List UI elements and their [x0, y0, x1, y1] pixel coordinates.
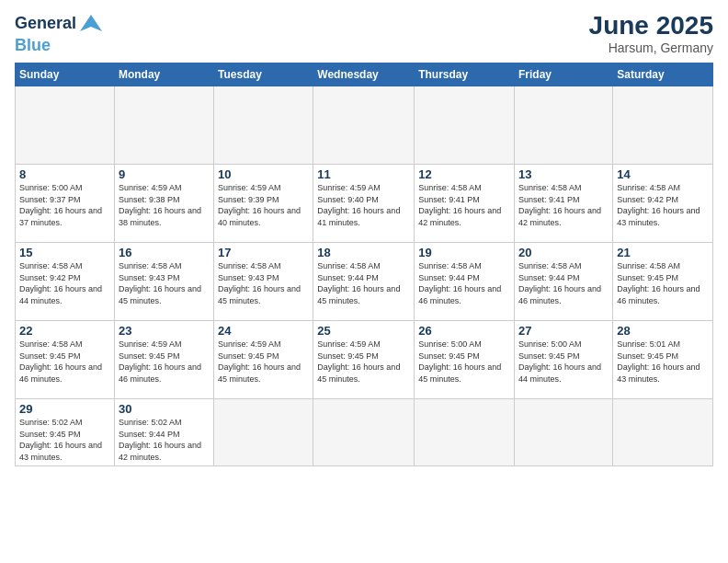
calendar-week-row — [16, 86, 713, 165]
weekday-header-row: SundayMondayTuesdayWednesdayThursdayFrid… — [16, 63, 713, 86]
calendar-day-cell: 16Sunrise: 4:58 AMSunset: 9:43 PMDayligh… — [114, 243, 213, 321]
day-info: Sunrise: 4:58 AMSunset: 9:41 PMDaylight:… — [518, 182, 609, 228]
calendar-week-row: 29Sunrise: 5:02 AMSunset: 9:45 PMDayligh… — [16, 399, 713, 466]
svg-marker-0 — [80, 15, 102, 31]
calendar-day-cell: 19Sunrise: 4:58 AMSunset: 9:44 PMDayligh… — [415, 243, 515, 321]
calendar-day-cell — [313, 86, 415, 165]
calendar-day-cell: 18Sunrise: 4:58 AMSunset: 9:44 PMDayligh… — [313, 243, 415, 321]
weekday-header: Friday — [515, 63, 613, 86]
weekday-header: Wednesday — [313, 63, 415, 86]
weekday-header: Sunday — [16, 63, 115, 86]
day-number: 12 — [418, 167, 510, 181]
day-info: Sunrise: 4:59 AMSunset: 9:39 PMDaylight:… — [218, 182, 309, 228]
calendar-week-row: 22Sunrise: 4:58 AMSunset: 9:45 PMDayligh… — [16, 321, 713, 399]
day-number: 11 — [317, 167, 410, 181]
location: Harsum, Germany — [589, 40, 713, 55]
day-info: Sunrise: 4:58 AMSunset: 9:42 PMDaylight:… — [617, 182, 709, 228]
calendar-day-cell: 15Sunrise: 4:58 AMSunset: 9:42 PMDayligh… — [16, 243, 115, 321]
calendar-day-cell: 11Sunrise: 4:59 AMSunset: 9:40 PMDayligh… — [313, 165, 415, 243]
day-info: Sunrise: 4:58 AMSunset: 9:43 PMDaylight:… — [119, 260, 210, 306]
day-number: 9 — [119, 167, 210, 181]
day-info: Sunrise: 4:58 AMSunset: 9:44 PMDaylight:… — [518, 260, 609, 306]
day-info: Sunrise: 5:00 AMSunset: 9:37 PMDaylight:… — [19, 182, 110, 228]
day-info: Sunrise: 5:00 AMSunset: 9:45 PMDaylight:… — [518, 339, 609, 385]
calendar-day-cell — [515, 86, 613, 165]
logo: General Blue — [15, 11, 104, 55]
calendar-day-cell — [114, 86, 213, 165]
day-number: 19 — [418, 246, 510, 259]
day-info: Sunrise: 4:59 AMSunset: 9:45 PMDaylight:… — [317, 339, 410, 385]
day-number: 16 — [119, 246, 210, 259]
day-number: 21 — [617, 246, 709, 259]
day-info: Sunrise: 4:59 AMSunset: 9:38 PMDaylight:… — [119, 182, 210, 228]
day-info: Sunrise: 5:02 AMSunset: 9:44 PMDaylight:… — [119, 417, 210, 463]
day-number: 27 — [518, 324, 609, 338]
day-info: Sunrise: 5:01 AMSunset: 9:45 PMDaylight:… — [617, 339, 709, 385]
day-info: Sunrise: 4:58 AMSunset: 9:44 PMDaylight:… — [418, 260, 510, 306]
header: General Blue June 2025 Harsum, Germany — [15, 11, 713, 55]
day-info: Sunrise: 4:58 AMSunset: 9:45 PMDaylight:… — [19, 339, 110, 385]
day-info: Sunrise: 4:59 AMSunset: 9:45 PMDaylight:… — [119, 339, 210, 385]
calendar-day-cell — [415, 86, 515, 165]
day-number: 14 — [617, 167, 709, 181]
calendar-day-cell: 30Sunrise: 5:02 AMSunset: 9:44 PMDayligh… — [114, 399, 213, 466]
day-info: Sunrise: 4:58 AMSunset: 9:43 PMDaylight:… — [218, 260, 309, 306]
day-info: Sunrise: 5:00 AMSunset: 9:45 PMDaylight:… — [418, 339, 510, 385]
weekday-header: Monday — [114, 63, 213, 86]
calendar-day-cell — [613, 86, 713, 165]
calendar-day-cell: 21Sunrise: 4:58 AMSunset: 9:45 PMDayligh… — [613, 243, 713, 321]
calendar-day-cell — [515, 399, 613, 466]
calendar-day-cell — [214, 86, 313, 165]
calendar-day-cell: 10Sunrise: 4:59 AMSunset: 9:39 PMDayligh… — [214, 165, 313, 243]
weekday-header: Saturday — [613, 63, 713, 86]
calendar-week-row: 15Sunrise: 4:58 AMSunset: 9:42 PMDayligh… — [16, 243, 713, 321]
calendar-day-cell: 20Sunrise: 4:58 AMSunset: 9:44 PMDayligh… — [515, 243, 613, 321]
page: General Blue June 2025 Harsum, Germany S… — [0, 0, 728, 563]
calendar-week-row: 8Sunrise: 5:00 AMSunset: 9:37 PMDaylight… — [16, 165, 713, 243]
day-number: 17 — [218, 246, 309, 259]
day-number: 15 — [19, 246, 110, 259]
day-number: 28 — [617, 324, 709, 338]
calendar-day-cell: 26Sunrise: 5:00 AMSunset: 9:45 PMDayligh… — [415, 321, 515, 399]
day-number: 18 — [317, 246, 410, 259]
calendar-day-cell — [214, 399, 313, 466]
day-number: 26 — [418, 324, 510, 338]
calendar-day-cell: 17Sunrise: 4:58 AMSunset: 9:43 PMDayligh… — [214, 243, 313, 321]
calendar-day-cell: 8Sunrise: 5:00 AMSunset: 9:37 PMDaylight… — [16, 165, 115, 243]
calendar-day-cell: 28Sunrise: 5:01 AMSunset: 9:45 PMDayligh… — [613, 321, 713, 399]
day-number: 10 — [218, 167, 309, 181]
logo-blue-text: Blue — [15, 37, 104, 55]
calendar-day-cell: 23Sunrise: 4:59 AMSunset: 9:45 PMDayligh… — [114, 321, 213, 399]
logo-bird-icon — [78, 11, 104, 37]
day-number: 22 — [19, 324, 110, 338]
day-info: Sunrise: 5:02 AMSunset: 9:45 PMDaylight:… — [19, 417, 110, 463]
day-info: Sunrise: 4:58 AMSunset: 9:42 PMDaylight:… — [19, 260, 110, 306]
day-info: Sunrise: 4:59 AMSunset: 9:40 PMDaylight:… — [317, 182, 410, 228]
day-info: Sunrise: 4:59 AMSunset: 9:45 PMDaylight:… — [218, 339, 309, 385]
calendar-day-cell — [16, 86, 115, 165]
calendar-table: SundayMondayTuesdayWednesdayThursdayFrid… — [15, 63, 713, 466]
calendar-day-cell — [613, 399, 713, 466]
calendar-day-cell — [313, 399, 415, 466]
calendar-day-cell: 24Sunrise: 4:59 AMSunset: 9:45 PMDayligh… — [214, 321, 313, 399]
calendar-day-cell: 12Sunrise: 4:58 AMSunset: 9:41 PMDayligh… — [415, 165, 515, 243]
weekday-header: Thursday — [415, 63, 515, 86]
calendar-day-cell: 22Sunrise: 4:58 AMSunset: 9:45 PMDayligh… — [16, 321, 115, 399]
day-info: Sunrise: 4:58 AMSunset: 9:45 PMDaylight:… — [617, 260, 709, 306]
day-number: 23 — [119, 324, 210, 338]
calendar-day-cell — [415, 399, 515, 466]
month-year: June 2025 — [589, 11, 713, 40]
day-number: 25 — [317, 324, 410, 338]
calendar-day-cell: 14Sunrise: 4:58 AMSunset: 9:42 PMDayligh… — [613, 165, 713, 243]
calendar-day-cell: 25Sunrise: 4:59 AMSunset: 9:45 PMDayligh… — [313, 321, 415, 399]
calendar-day-cell: 9Sunrise: 4:59 AMSunset: 9:38 PMDaylight… — [114, 165, 213, 243]
day-number: 29 — [19, 402, 110, 416]
day-number: 24 — [218, 324, 309, 338]
title-block: June 2025 Harsum, Germany — [589, 11, 713, 55]
day-number: 8 — [19, 167, 110, 181]
day-number: 30 — [119, 402, 210, 416]
day-info: Sunrise: 4:58 AMSunset: 9:41 PMDaylight:… — [418, 182, 510, 228]
calendar-day-cell: 29Sunrise: 5:02 AMSunset: 9:45 PMDayligh… — [16, 399, 115, 466]
weekday-header: Tuesday — [214, 63, 313, 86]
day-info: Sunrise: 4:58 AMSunset: 9:44 PMDaylight:… — [317, 260, 410, 306]
